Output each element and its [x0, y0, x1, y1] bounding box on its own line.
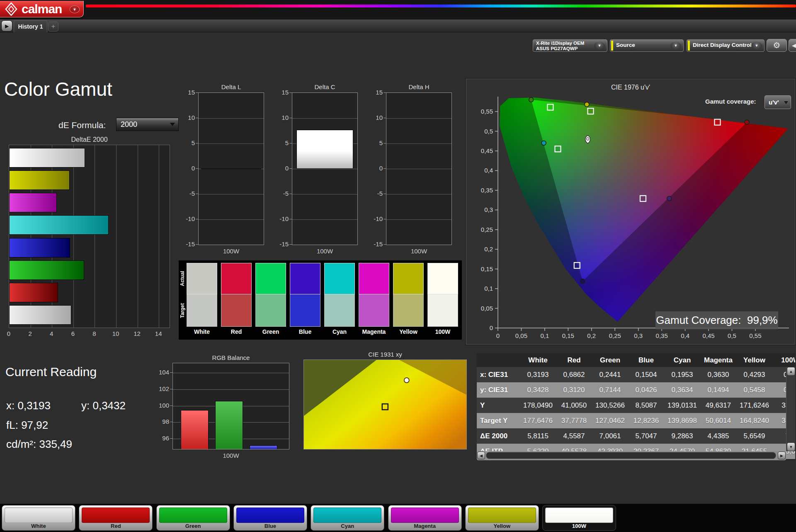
scroll-left-button[interactable]: ◀: [477, 452, 485, 459]
pattern-button-cyan[interactable]: Cyan: [311, 505, 384, 531]
tick-mark: [196, 194, 198, 194]
delta_l-tick-label: 5: [179, 139, 195, 146]
pattern-button-red[interactable]: Red: [79, 505, 153, 531]
gridline: [199, 194, 264, 194]
deltae-bar-green: [9, 260, 84, 280]
chevron-down-icon[interactable]: ▼: [70, 5, 80, 13]
tick-mark: [383, 143, 386, 143]
table-header-red: Red: [556, 353, 592, 367]
pattern-button-white[interactable]: White: [2, 505, 75, 531]
gamut-coverage-mode-dropdown[interactable]: u'v': [764, 95, 791, 109]
gridline: [173, 373, 289, 373]
de-formula-label: dE Formula:: [58, 120, 106, 130]
swatch-actual-red: [221, 263, 252, 294]
table-cell: 0,3634: [664, 382, 700, 398]
table-vertical-scrollbar[interactable]: ▲▼: [786, 367, 795, 451]
table-row-label: x: CIE31: [477, 367, 520, 382]
cie-1931-title: CIE 1931 xy: [303, 351, 467, 358]
swatch-label-magenta: Magenta: [359, 328, 389, 335]
tick-mark: [383, 168, 386, 169]
tick-mark: [289, 143, 292, 143]
calman-menu-button[interactable]: calman ▼: [0, 1, 84, 17]
table-cell: 49,6317: [700, 398, 736, 413]
pattern-button-100w[interactable]: 100W: [542, 505, 616, 531]
pattern-label: 100W: [543, 523, 616, 529]
tab-history-1[interactable]: History 1: [14, 20, 47, 32]
table-row: x: CIE310,31930,68620,24410,15040,19530,…: [477, 367, 795, 382]
deltae-tick-label: 4: [46, 330, 56, 337]
display-control-dropdown[interactable]: Direct Display Control ▼: [687, 39, 764, 52]
add-tab-button[interactable]: +: [48, 22, 58, 32]
pattern-label: Blue: [234, 523, 307, 529]
table-header-row: WhiteRedGreenBlueCyanMagentaYellow100W: [477, 353, 795, 367]
pattern-swatch-red: [82, 508, 150, 523]
table-cell: 171,6246: [736, 398, 772, 413]
table-cell: 0,3428: [520, 382, 556, 398]
y-tick-label: 0: [490, 324, 493, 331]
table-cell: 0,6862: [556, 367, 592, 382]
cie-1976-title: CIE 1976 u'v': [466, 84, 795, 91]
cie-1931-diagram: [303, 360, 467, 449]
table-cell: 7,0061: [592, 428, 628, 444]
tick-mark: [383, 219, 386, 219]
table-row-label: y: CIE31: [477, 382, 520, 398]
rgb-bar-red: [181, 410, 209, 449]
tick-mark: [170, 406, 172, 406]
table-header-white: White: [520, 353, 556, 367]
delta_l-tick-label: -10: [179, 215, 195, 222]
scroll-right-button[interactable]: ▶: [778, 452, 786, 459]
spectrum-strip: [86, 5, 796, 7]
pattern-button-green[interactable]: Green: [156, 505, 230, 531]
gridline: [292, 118, 357, 119]
delta_h-tick-label: -10: [367, 215, 383, 222]
table-cell: 5,8115: [520, 428, 556, 444]
gridline: [138, 145, 138, 328]
swatch-label-white: White: [187, 328, 217, 335]
deltae-bar-white: [9, 305, 71, 325]
settings-button[interactable]: ⚙: [767, 39, 787, 52]
y-tick-label: 0,1: [484, 285, 493, 292]
deltae-bar-100w: [9, 148, 85, 168]
tick-mark: [289, 244, 292, 245]
delta_l-zero-line: [201, 168, 261, 169]
tick-mark: [383, 118, 386, 118]
table-cell: 4,4385: [700, 428, 736, 444]
deltae-tick-label: 12: [132, 330, 142, 337]
current-reading-x: x: 0,3193: [6, 399, 51, 412]
tab-bar: ▶ History 1 + X-Rite i1Display OEM ASUS …: [0, 19, 796, 32]
y-tick-label: 0,2: [484, 245, 493, 253]
scroll-down-button[interactable]: ▼: [787, 442, 795, 451]
swatch-actual-100w: [427, 263, 458, 294]
rgb-x-label: 100W: [172, 452, 289, 459]
gamut-coverage-caption: Gamut Coverage:: [656, 314, 741, 326]
tab-scroll-button[interactable]: ▶: [1, 20, 12, 32]
pattern-button-yellow[interactable]: Yellow: [465, 505, 539, 531]
display-status-stripe: [688, 41, 690, 51]
tick-mark: [170, 389, 172, 389]
swatch-target-white: [187, 294, 217, 327]
table-cell: 177,6476: [520, 413, 556, 428]
table-cell: 130,5266: [592, 398, 628, 413]
swatch-target-yellow: [393, 294, 424, 327]
delta_l-tick-label: 10: [179, 114, 195, 121]
source-dropdown[interactable]: Source ▼: [610, 39, 684, 52]
de-formula-dropdown[interactable]: 2000: [116, 118, 179, 131]
collapse-panel-button[interactable]: ◀: [789, 39, 796, 52]
swatch-target-red: [221, 294, 252, 327]
pattern-button-bar: WhiteRedGreenBlueCyanMagentaYellow100W ▲…: [0, 504, 796, 532]
gamut-coverage-mode-value: u'v': [769, 99, 779, 106]
scroll-up-button[interactable]: ▲: [787, 367, 795, 376]
pattern-button-blue[interactable]: Blue: [233, 505, 307, 531]
cie-1976-panel: CIE 1976 u'v' Gamut coverage: u'v': [466, 79, 795, 345]
delta_c-tick-label: -15: [273, 240, 289, 248]
deltae-tick-label: 2: [25, 330, 35, 337]
table-cell: 4,5587: [556, 428, 592, 444]
swatch-actual-green: [255, 263, 286, 294]
pattern-button-magenta[interactable]: Magenta: [388, 505, 462, 531]
x-tick-label: 0,5: [728, 332, 736, 339]
swatch-actual-white: [187, 263, 217, 294]
meter-dropdown[interactable]: X-Rite i1Display OEM ASUS PG27AQWP ▼: [533, 39, 607, 52]
y-tick-label: 0,05: [481, 305, 493, 312]
scrollbar-thumb[interactable]: [486, 452, 776, 459]
table-horizontal-scrollbar[interactable]: ◀▶: [477, 451, 786, 460]
